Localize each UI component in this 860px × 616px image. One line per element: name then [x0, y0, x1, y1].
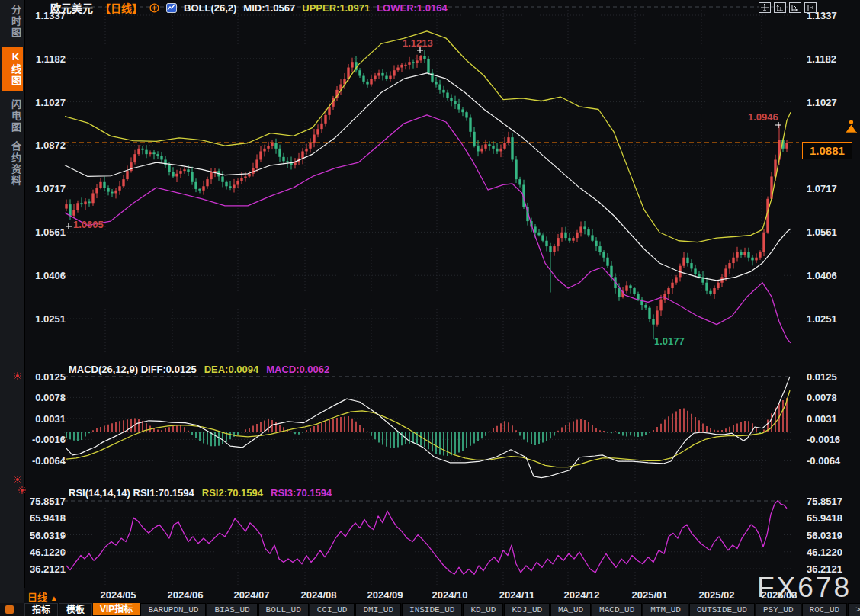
rsi3-value: RSI3:70.1594 [271, 487, 332, 499]
axis-label: 36.2121 [21, 563, 66, 575]
date-label: 2024/09 [367, 589, 403, 601]
rsi-panel-header: RSI(14,14,14) RSI1:70.1594 RSI2:70.1594 … [69, 487, 332, 499]
toolbar-more-button[interactable]: >> [848, 603, 860, 616]
toolbar-button-4[interactable]: BIAS_UD [207, 603, 257, 616]
toolbar-button-0[interactable]: 指标 [24, 603, 58, 616]
pan-right-icon[interactable] [804, 2, 817, 13]
toolbar-button-5[interactable]: BOLL_UD [258, 603, 309, 616]
date-label: 2024/10 [432, 589, 468, 601]
chevron-up-icon: ▲ [50, 594, 58, 602]
axis-label: 56.0319 [21, 529, 66, 541]
price-annotation: 1.1213 [403, 37, 433, 49]
date-label: 2025/01 [632, 589, 668, 601]
axis-label: 1.0406 [807, 270, 837, 281]
price-annotation: 1.0605 [73, 219, 104, 230]
axis-label: 1.0251 [807, 313, 837, 324]
axis-label: 75.8517 [807, 496, 842, 507]
macd-alert-dot-icon [14, 369, 21, 383]
axis-label: 1.0561 [807, 226, 837, 238]
symbol-title: 欧元美元 [50, 0, 93, 15]
axis-label: -0.0016 [807, 434, 840, 445]
toolbar-button-9[interactable]: KD_UD [463, 603, 503, 616]
axis-label: 1.0251 [21, 313, 66, 324]
date-label: 2024/11 [499, 589, 534, 601]
toolbar-button-11[interactable]: MA_UD [550, 603, 591, 616]
chart-type-icon[interactable] [166, 3, 177, 13]
axis-label: 1.1182 [21, 53, 66, 64]
date-label: 2025/02 [699, 589, 735, 601]
axis-label: 1.0872 [21, 140, 66, 151]
axis-label: 1.0561 [21, 226, 66, 238]
fit-horizontal-icon[interactable] [789, 2, 801, 13]
rsi-alert-dot2-icon [18, 483, 26, 497]
axis-label: 1.0717 [21, 183, 66, 194]
toolbar-button-10[interactable]: KDJ_UD [504, 603, 550, 616]
macd-diff-value: MACD(26,12,9) DIFF:0.0125 [69, 364, 197, 375]
axis-label: 75.8517 [21, 496, 66, 507]
toolbar-button-15[interactable]: PSY_UD [756, 603, 801, 616]
sidebar-tab-0[interactable]: 分时图 [2, 5, 23, 39]
app-root: 分时图K线图闪电图合约资料 欧元美元 【日线】 BOLL(26,2) MID:1… [0, 0, 860, 616]
watermark: FX678 [757, 572, 852, 604]
axis-label: 65.9418 [807, 512, 842, 524]
axis-label: 0.0031 [807, 412, 837, 424]
toolbar-button-12[interactable]: MACD_UD [592, 603, 642, 616]
axis-label: -0.0064 [807, 455, 840, 467]
boll-mid-value: MID:1.0567 [243, 2, 295, 14]
bottom-left-corner [0, 603, 24, 616]
price-alert-icon[interactable] [845, 119, 858, 136]
chart-toolbar-icons [759, 2, 817, 13]
current-price-label: 1.0881 [802, 142, 852, 159]
boll-lower-value: LOWER:1.0164 [377, 2, 447, 14]
fit-vertical-icon[interactable] [774, 2, 786, 13]
axis-label: 1.1027 [807, 96, 837, 107]
axis-label: 65.9418 [21, 512, 66, 524]
price-annotation: 1.0946 [748, 111, 778, 123]
macd-dea-value: DEA:0.0094 [204, 364, 259, 375]
axis-label: 46.1220 [21, 546, 66, 557]
axis-label: 0.0078 [21, 392, 66, 403]
rsi1-value: RSI(14,14,14) RSI1:70.1594 [69, 487, 194, 499]
date-label: 2024/06 [168, 589, 204, 601]
toolbar-button-7[interactable]: DMI_UD [355, 603, 401, 616]
axis-label: 0.0125 [807, 371, 837, 382]
date-label: 2024/07 [234, 589, 270, 601]
axis-label: 1.0717 [807, 183, 837, 194]
period-selector[interactable]: 日线 ▲ [27, 589, 58, 604]
toolbar-button-1[interactable]: 模板 [59, 603, 92, 616]
date-label: 2024/12 [564, 589, 600, 601]
indicator-toolbar: 指标模板VIP指标BARUPDN_UDBIAS_UDBOLL_UDCCI_UDD… [24, 603, 860, 616]
macd-macd-value: MACD:0.0062 [266, 364, 329, 375]
axis-label: 1.1027 [21, 96, 66, 107]
axis-label: -0.0016 [21, 434, 66, 445]
period-tag: 【日线】 [100, 0, 143, 15]
toolbar-button-16[interactable]: ROC_UD [802, 603, 848, 616]
date-label: 2024/08 [301, 589, 337, 601]
axis-label: -0.0064 [21, 455, 66, 467]
axis-label: 56.0319 [807, 529, 842, 541]
boll-upper-value: UPPER:1.0971 [302, 2, 370, 14]
toolbar-button-6[interactable]: CCI_UD [310, 603, 355, 616]
axis-label: 0.0078 [807, 392, 837, 403]
toolbar-button-14[interactable]: OUTSIDE_UD [689, 603, 755, 616]
sidebar-tab-2[interactable]: 闪电图 [2, 99, 23, 133]
macd-panel-header: MACD(26,12,9) DIFF:0.0125 DEA:0.0094 MAC… [69, 364, 329, 375]
toolbar-button-3[interactable]: BARUPDN_UD [140, 603, 206, 616]
date-label: 2024/05 [101, 589, 136, 601]
toolbar-button-8[interactable]: INSIDE_UD [402, 603, 462, 616]
price-annotation: 1.0177 [654, 335, 685, 347]
crosshair-icon[interactable] [759, 2, 771, 13]
sidebar-tab-1[interactable]: K线图 [2, 47, 23, 91]
toolbar-button-13[interactable]: MTM_UD [643, 603, 688, 616]
sidebar-tab-3[interactable]: 合约资料 [2, 141, 23, 187]
axis-label: 1.1182 [807, 53, 836, 64]
boll-indicator-label: BOLL(26,2) [184, 2, 236, 14]
chart-header: 欧元美元 【日线】 BOLL(26,2) MID:1.0567 UPPER:1.… [50, 1, 448, 14]
axis-label: 0.0125 [21, 371, 66, 382]
add-indicator-icon[interactable] [149, 3, 159, 13]
corner-app-icon[interactable] [5, 605, 14, 614]
toolbar-button-2[interactable]: VIP指标 [93, 603, 140, 615]
rsi2-value: RSI2:70.1594 [202, 487, 263, 499]
axis-label: 1.0406 [21, 270, 66, 281]
axis-label: 0.0031 [21, 412, 66, 424]
